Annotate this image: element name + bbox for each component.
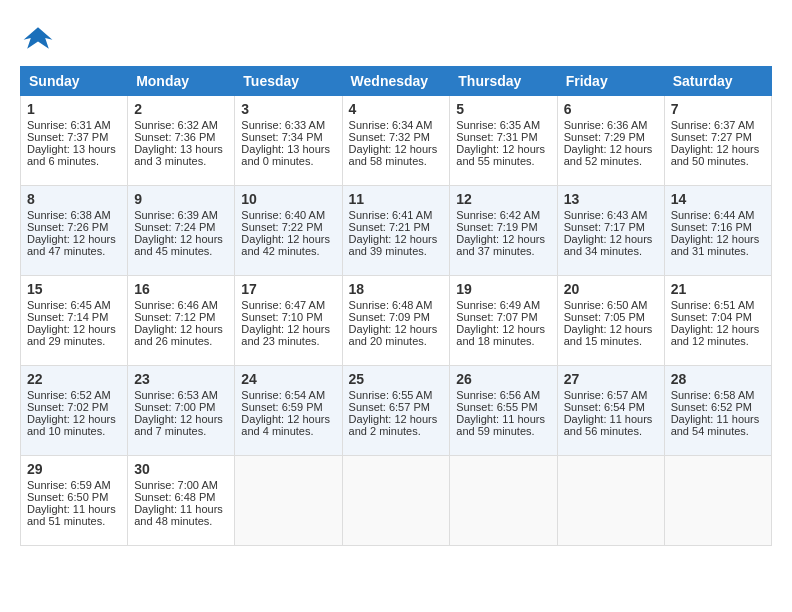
calendar-cell: 14Sunrise: 6:44 AMSunset: 7:16 PMDayligh… [664, 186, 771, 276]
sunrise-text: Sunrise: 6:58 AM [671, 389, 765, 401]
day-number: 4 [349, 101, 444, 117]
calendar-cell: 2Sunrise: 6:32 AMSunset: 7:36 PMDaylight… [128, 96, 235, 186]
day-number: 29 [27, 461, 121, 477]
daylight-minutes: and 39 minutes. [349, 245, 444, 257]
sunset-text: Sunset: 7:29 PM [564, 131, 658, 143]
sunset-text: Sunset: 6:52 PM [671, 401, 765, 413]
sunrise-text: Sunrise: 6:41 AM [349, 209, 444, 221]
day-number: 2 [134, 101, 228, 117]
sunset-text: Sunset: 7:26 PM [27, 221, 121, 233]
calendar-cell: 5Sunrise: 6:35 AMSunset: 7:31 PMDaylight… [450, 96, 557, 186]
daylight-minutes: and 6 minutes. [27, 155, 121, 167]
daylight-minutes: and 47 minutes. [27, 245, 121, 257]
sunset-text: Sunset: 7:12 PM [134, 311, 228, 323]
daylight-minutes: and 58 minutes. [349, 155, 444, 167]
calendar-cell: 26Sunrise: 6:56 AMSunset: 6:55 PMDayligh… [450, 366, 557, 456]
calendar-cell: 24Sunrise: 6:54 AMSunset: 6:59 PMDayligh… [235, 366, 342, 456]
day-number: 8 [27, 191, 121, 207]
daylight-minutes: and 23 minutes. [241, 335, 335, 347]
sunset-text: Sunset: 7:19 PM [456, 221, 550, 233]
day-number: 11 [349, 191, 444, 207]
sunset-text: Sunset: 7:10 PM [241, 311, 335, 323]
calendar-cell: 8Sunrise: 6:38 AMSunset: 7:26 PMDaylight… [21, 186, 128, 276]
sunrise-text: Sunrise: 6:31 AM [27, 119, 121, 131]
calendar-cell: 1Sunrise: 6:31 AMSunset: 7:37 PMDaylight… [21, 96, 128, 186]
day-number: 30 [134, 461, 228, 477]
sunrise-text: Sunrise: 6:54 AM [241, 389, 335, 401]
logo-icon [20, 20, 56, 56]
daylight-label: Daylight: 12 hours [564, 323, 658, 335]
weekday-header-wednesday: Wednesday [342, 67, 450, 96]
sunset-text: Sunset: 7:27 PM [671, 131, 765, 143]
day-number: 16 [134, 281, 228, 297]
daylight-minutes: and 20 minutes. [349, 335, 444, 347]
day-number: 28 [671, 371, 765, 387]
daylight-label: Daylight: 11 hours [564, 413, 658, 425]
calendar-cell [450, 456, 557, 546]
sunset-text: Sunset: 7:05 PM [564, 311, 658, 323]
calendar-cell: 13Sunrise: 6:43 AMSunset: 7:17 PMDayligh… [557, 186, 664, 276]
calendar-cell: 7Sunrise: 6:37 AMSunset: 7:27 PMDaylight… [664, 96, 771, 186]
daylight-label: Daylight: 12 hours [241, 323, 335, 335]
sunrise-text: Sunrise: 6:48 AM [349, 299, 444, 311]
daylight-label: Daylight: 12 hours [671, 323, 765, 335]
daylight-minutes: and 31 minutes. [671, 245, 765, 257]
sunrise-text: Sunrise: 6:37 AM [671, 119, 765, 131]
week-row-5: 29Sunrise: 6:59 AMSunset: 6:50 PMDayligh… [21, 456, 772, 546]
sunrise-text: Sunrise: 6:35 AM [456, 119, 550, 131]
weekday-header-sunday: Sunday [21, 67, 128, 96]
calendar-cell: 4Sunrise: 6:34 AMSunset: 7:32 PMDaylight… [342, 96, 450, 186]
calendar-cell [557, 456, 664, 546]
day-number: 22 [27, 371, 121, 387]
sunset-text: Sunset: 7:16 PM [671, 221, 765, 233]
weekday-header-tuesday: Tuesday [235, 67, 342, 96]
daylight-minutes: and 12 minutes. [671, 335, 765, 347]
calendar-cell [664, 456, 771, 546]
calendar-cell: 30Sunrise: 7:00 AMSunset: 6:48 PMDayligh… [128, 456, 235, 546]
sunset-text: Sunset: 7:21 PM [349, 221, 444, 233]
daylight-label: Daylight: 12 hours [241, 413, 335, 425]
sunset-text: Sunset: 7:22 PM [241, 221, 335, 233]
daylight-label: Daylight: 12 hours [27, 413, 121, 425]
daylight-minutes: and 48 minutes. [134, 515, 228, 527]
daylight-label: Daylight: 13 hours [241, 143, 335, 155]
daylight-label: Daylight: 11 hours [134, 503, 228, 515]
day-number: 23 [134, 371, 228, 387]
sunset-text: Sunset: 7:17 PM [564, 221, 658, 233]
week-row-3: 15Sunrise: 6:45 AMSunset: 7:14 PMDayligh… [21, 276, 772, 366]
sunset-text: Sunset: 7:00 PM [134, 401, 228, 413]
calendar-cell: 25Sunrise: 6:55 AMSunset: 6:57 PMDayligh… [342, 366, 450, 456]
sunrise-text: Sunrise: 6:52 AM [27, 389, 121, 401]
sunset-text: Sunset: 6:50 PM [27, 491, 121, 503]
sunrise-text: Sunrise: 6:57 AM [564, 389, 658, 401]
calendar-table: SundayMondayTuesdayWednesdayThursdayFrid… [20, 66, 772, 546]
daylight-minutes: and 7 minutes. [134, 425, 228, 437]
day-number: 24 [241, 371, 335, 387]
daylight-minutes: and 2 minutes. [349, 425, 444, 437]
sunset-text: Sunset: 7:04 PM [671, 311, 765, 323]
day-number: 17 [241, 281, 335, 297]
daylight-minutes: and 10 minutes. [27, 425, 121, 437]
sunrise-text: Sunrise: 6:39 AM [134, 209, 228, 221]
sunset-text: Sunset: 7:31 PM [456, 131, 550, 143]
weekday-header-row: SundayMondayTuesdayWednesdayThursdayFrid… [21, 67, 772, 96]
sunrise-text: Sunrise: 6:42 AM [456, 209, 550, 221]
day-number: 3 [241, 101, 335, 117]
calendar-cell: 12Sunrise: 6:42 AMSunset: 7:19 PMDayligh… [450, 186, 557, 276]
weekday-header-thursday: Thursday [450, 67, 557, 96]
sunset-text: Sunset: 7:32 PM [349, 131, 444, 143]
daylight-minutes: and 4 minutes. [241, 425, 335, 437]
sunrise-text: Sunrise: 6:40 AM [241, 209, 335, 221]
daylight-minutes: and 51 minutes. [27, 515, 121, 527]
sunrise-text: Sunrise: 6:47 AM [241, 299, 335, 311]
sunrise-text: Sunrise: 6:46 AM [134, 299, 228, 311]
sunset-text: Sunset: 6:55 PM [456, 401, 550, 413]
daylight-label: Daylight: 12 hours [349, 323, 444, 335]
sunrise-text: Sunrise: 6:49 AM [456, 299, 550, 311]
sunset-text: Sunset: 7:07 PM [456, 311, 550, 323]
daylight-minutes: and 56 minutes. [564, 425, 658, 437]
day-number: 26 [456, 371, 550, 387]
sunrise-text: Sunrise: 6:56 AM [456, 389, 550, 401]
daylight-minutes: and 34 minutes. [564, 245, 658, 257]
logo [20, 20, 60, 56]
